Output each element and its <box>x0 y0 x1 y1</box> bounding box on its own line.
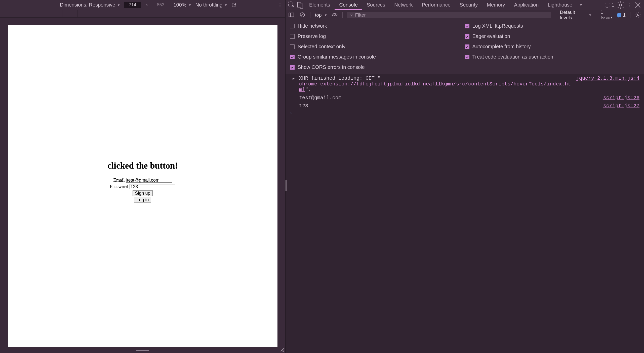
log-source-link[interactable]: script.js:26 <box>603 95 639 101</box>
log-row-xhr[interactable]: ▶ XHR finished loading: GET " chrome-ext… <box>286 74 644 94</box>
viewport-resize-handle[interactable] <box>136 350 149 351</box>
inspect-element-icon[interactable] <box>288 1 296 9</box>
devtools-more-icon[interactable]: ⋮ <box>625 1 633 9</box>
ruler-segment[interactable] <box>77 10 285 17</box>
viewport-container: clicked the button! Email Password Sign … <box>0 18 285 353</box>
password-input[interactable] <box>130 184 175 189</box>
filter-icon <box>349 13 353 17</box>
disclosure-triangle-icon[interactable]: ▶ <box>293 75 296 81</box>
email-label: Email <box>113 177 125 183</box>
checkbox-icon <box>290 34 295 39</box>
tab-elements[interactable]: Elements <box>305 0 335 10</box>
tab-sources[interactable]: Sources <box>362 0 390 10</box>
console-toolbar: top Default levels 1 Issue: 1 <box>286 10 644 20</box>
ruler-segment[interactable] <box>62 10 70 17</box>
setting-log-xhr[interactable]: Log XMLHttpRequests <box>465 23 640 29</box>
tab-security[interactable]: Security <box>455 0 482 10</box>
rotate-icon[interactable] <box>231 3 236 8</box>
device-toolbar-more-icon[interactable]: ⋮ <box>277 2 283 8</box>
message-icon <box>605 3 610 7</box>
log-levels-dropdown[interactable]: Default levels <box>560 10 591 21</box>
setting-preserve-log[interactable]: Preserve log <box>290 33 465 39</box>
log-message: test@gmail.com <box>299 95 600 101</box>
checkbox-icon <box>465 44 469 49</box>
viewport-height-input[interactable] <box>152 2 169 8</box>
issues-chip[interactable]: 1 Issue: 1 <box>600 10 626 21</box>
viewport-corner-handle[interactable] <box>280 348 284 352</box>
svg-rect-2 <box>300 4 303 8</box>
devtools-tabbar: Elements Console Sources Network Perform… <box>286 0 644 10</box>
setting-selected-context[interactable]: Selected context only <box>290 44 465 49</box>
viewport-width-input[interactable] <box>124 2 141 8</box>
device-toggle-icon[interactable] <box>296 1 305 9</box>
checkbox-icon <box>290 55 295 59</box>
log-row[interactable]: ▶ 123 script.js:27 <box>286 102 644 110</box>
setting-hide-network[interactable]: Hide network <box>290 23 465 29</box>
dimensions-dropdown[interactable]: Dimensions: Responsive <box>60 2 120 8</box>
filter-input[interactable] <box>355 12 549 18</box>
device-pane: Dimensions: Responsive × 100% No throttl… <box>0 0 285 353</box>
dimensions-x-label: × <box>145 3 148 7</box>
ruler-segment[interactable] <box>70 10 77 17</box>
issue-icon <box>617 13 621 17</box>
rendered-page: clicked the button! Email Password Sign … <box>8 25 277 347</box>
ruler-segment[interactable] <box>0 10 62 17</box>
setting-treat-code-eval[interactable]: Treat code evaluation as user action <box>465 54 640 60</box>
checkbox-icon <box>290 24 295 28</box>
filter-input-container[interactable] <box>347 12 551 18</box>
setting-show-cors[interactable]: Show CORS errors in console <box>290 64 465 70</box>
settings-icon[interactable] <box>616 1 625 9</box>
frame-ruler <box>0 10 285 18</box>
devtools-pane: Elements Console Sources Network Perform… <box>285 0 644 353</box>
log-row[interactable]: ▶ test@gmail.com script.js:26 <box>286 94 644 102</box>
checkbox-icon <box>465 24 469 28</box>
execution-context-dropdown[interactable]: top <box>315 12 327 18</box>
device-toolbar: Dimensions: Responsive × 100% No throttl… <box>0 0 285 10</box>
log-message: 123 <box>299 103 600 109</box>
messages-chip[interactable]: 1 <box>603 2 616 8</box>
password-label: Password <box>110 184 128 189</box>
svg-rect-4 <box>289 13 294 17</box>
svg-point-8 <box>334 14 335 16</box>
setting-group-similar[interactable]: Group similar messages in console <box>290 54 465 60</box>
log-source-link[interactable]: script.js:27 <box>603 103 639 109</box>
close-devtools-icon[interactable] <box>633 1 642 9</box>
setting-eager-eval[interactable]: Eager evaluation <box>465 33 640 39</box>
throttling-dropdown[interactable]: No throttling <box>195 2 227 8</box>
login-button[interactable]: Log in <box>134 197 151 203</box>
svg-point-9 <box>637 14 639 16</box>
console-prompt[interactable]: › <box>286 110 644 116</box>
log-message: XHR finished loading: GET " chrome-exten… <box>299 75 573 93</box>
checkbox-icon <box>465 55 469 59</box>
checkbox-icon <box>290 65 295 70</box>
pane-splitter[interactable] <box>286 180 287 191</box>
zoom-dropdown[interactable]: 100% <box>173 2 191 8</box>
sidebar-toggle-icon[interactable] <box>288 12 295 19</box>
svg-line-7 <box>301 14 304 16</box>
tab-application[interactable]: Application <box>509 0 543 10</box>
svg-rect-1 <box>298 2 301 7</box>
log-link[interactable]: chrome-extension://fdfcjfoifbjplmificlkd… <box>299 81 571 93</box>
console-settings-panel: Hide network Log XMLHttpRequests Preserv… <box>286 20 644 74</box>
tab-performance[interactable]: Performance <box>417 0 455 10</box>
console-settings-icon[interactable] <box>635 12 641 19</box>
tab-memory[interactable]: Memory <box>482 0 509 10</box>
messages-count: 1 <box>612 2 614 8</box>
tab-network[interactable]: Network <box>390 0 417 10</box>
issues-label: 1 Issue: <box>600 10 616 21</box>
email-input[interactable] <box>126 178 172 183</box>
clear-console-icon[interactable] <box>299 12 306 19</box>
live-expression-icon[interactable] <box>331 12 338 19</box>
checkbox-icon <box>465 34 469 39</box>
log-source-link[interactable]: jquery-2.1.3.min.js:4 <box>576 75 639 81</box>
issues-count: 1 <box>623 12 626 18</box>
svg-point-3 <box>620 4 622 6</box>
tab-console[interactable]: Console <box>335 0 362 10</box>
tab-lighthouse[interactable]: Lighthouse <box>543 0 577 10</box>
console-log-area: ▶ XHR finished loading: GET " chrome-ext… <box>286 74 644 353</box>
chevron-right-icon: › <box>290 111 294 115</box>
setting-autocomplete[interactable]: Autocomplete from history <box>465 44 640 49</box>
more-tabs-icon[interactable]: » <box>577 1 585 9</box>
page-heading: clicked the button! <box>107 161 178 171</box>
signup-button[interactable]: Sign up <box>133 190 152 196</box>
